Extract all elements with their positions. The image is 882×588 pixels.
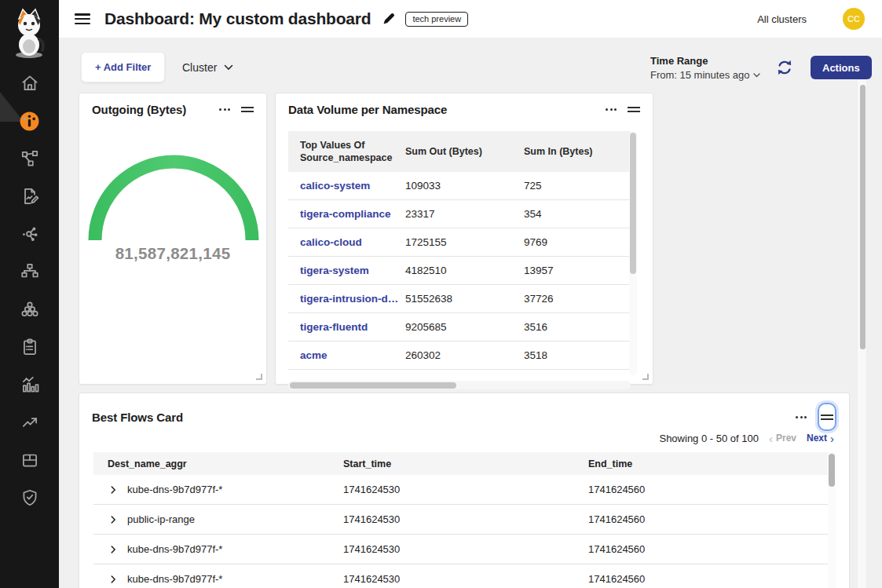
calico-cat-logo[interactable]	[7, 6, 51, 60]
page-title: Dashboard: My custom dashboard	[104, 9, 371, 28]
drag-handle-icon[interactable]	[628, 104, 640, 115]
refresh-icon	[775, 58, 794, 77]
time-range-selector[interactable]: Time Range From: 15 minutes ago	[650, 55, 760, 81]
table-horizontal-scrollbar[interactable]	[288, 381, 631, 389]
start-time-value: 1741624530	[343, 513, 588, 525]
card-title: Data Volume per Namespace	[288, 103, 447, 116]
chevron-right-icon	[108, 574, 119, 585]
column-header: Start_time	[343, 458, 588, 469]
sum-in-value: 725	[524, 180, 631, 192]
pagination: Showing 0 - 50 of 100 ‹ Prev Next ›	[659, 431, 834, 445]
cluster-filter-dropdown[interactable]: Cluster	[182, 52, 233, 82]
table-header-row: Dest_name_aggr Start_time End_time	[93, 452, 828, 475]
ellipsis-menu-icon[interactable]	[606, 105, 617, 114]
sidebar-item-home[interactable]	[0, 64, 59, 102]
expand-row-button[interactable]	[108, 574, 119, 585]
chevron-right-icon	[108, 544, 119, 555]
showing-range-label: Showing 0 - 50 of 100	[659, 433, 758, 444]
avatar[interactable]: CC	[843, 8, 865, 30]
sidebar-item-compliance[interactable]	[0, 328, 59, 366]
table-row: calico-cloud 1725155 9769	[288, 228, 631, 257]
table-row: tigera-system 4182510 13957	[288, 257, 631, 285]
page-scrollbar[interactable]	[857, 80, 867, 588]
chart-stats-icon	[20, 374, 40, 395]
sidebar-item-workloads[interactable]	[0, 290, 59, 328]
next-page-button[interactable]: Next ›	[807, 433, 834, 444]
table-row: kube-dns-9b7d977f-* 1741624530 174162456…	[93, 475, 828, 505]
namespace-link[interactable]: calico-cloud	[300, 236, 405, 248]
end-time-value: 1741624560	[588, 484, 828, 495]
table-vertical-scrollbar[interactable]	[828, 452, 836, 588]
sidebar-item-flow-graph[interactable]	[0, 215, 59, 253]
chevron-left-icon: ‹	[769, 433, 773, 444]
dest-name-value: kube-dns-9b7d977f-*	[127, 573, 222, 585]
gauge-chart	[87, 154, 260, 248]
sum-out-value: 1725155	[405, 236, 524, 248]
chevron-down-icon	[753, 73, 760, 78]
namespace-link[interactable]: tigera-intrusion-d…	[300, 293, 405, 305]
home-icon	[20, 73, 40, 93]
sidebar-item-trends[interactable]	[0, 404, 59, 441]
calico-cat-logo-image	[7, 6, 51, 60]
refresh-button[interactable]	[774, 58, 795, 79]
cluster-filter-label: Cluster	[182, 61, 217, 74]
namespace-link[interactable]: acme	[300, 349, 405, 361]
expand-row-button[interactable]	[108, 544, 119, 555]
clipboard-icon	[20, 337, 40, 357]
prev-page-button[interactable]: ‹ Prev	[769, 433, 796, 444]
expand-row-button[interactable]	[108, 484, 119, 495]
service-graph-icon	[20, 148, 40, 169]
start-time-value: 1741624530	[343, 573, 588, 585]
sum-out-value: 4182510	[405, 265, 524, 276]
pencil-icon	[382, 12, 396, 26]
ellipsis-menu-icon[interactable]	[219, 105, 230, 114]
namespace-link[interactable]: tigera-system	[300, 265, 405, 276]
sidebar-item-network[interactable]	[0, 253, 59, 290]
column-header: Sum In (Bytes)	[524, 145, 631, 158]
sidebar-item-security[interactable]	[0, 479, 59, 517]
sum-in-value: 3516	[524, 321, 631, 333]
sidebar-item-dashboard[interactable]	[0, 102, 59, 140]
chevron-right-icon	[108, 484, 119, 495]
chevron-right-icon: ›	[830, 433, 834, 444]
all-clusters-selector[interactable]: All clusters	[757, 13, 807, 25]
actions-button[interactable]: Actions	[811, 56, 872, 79]
table-row: tigera-compliance 23317 354	[288, 200, 631, 228]
table-row: public-ip-range 1741624530 1741624560	[93, 505, 828, 535]
trend-arrow-icon	[20, 412, 40, 433]
time-range-value: From: 15 minutes ago	[650, 69, 749, 81]
namespace-link[interactable]: tigera-compliance	[300, 208, 405, 220]
outgoing-bytes-card: Outgoing (Bytes) 81,587,821,145	[79, 93, 267, 385]
resize-handle-icon[interactable]	[642, 374, 649, 380]
namespace-link[interactable]: tigera-fluentd	[300, 321, 405, 333]
column-header: Dest_name_aggr	[108, 458, 343, 469]
sidebar-item-reports[interactable]	[0, 177, 59, 215]
package-icon	[20, 450, 40, 470]
time-range-label: Time Range	[650, 55, 760, 67]
best-flows-table: Dest_name_aggr Start_time End_time kube-…	[93, 452, 828, 588]
sidebar-item-service-graph[interactable]	[0, 140, 59, 177]
dest-name-value: kube-dns-9b7d977f-*	[127, 484, 222, 495]
ellipsis-menu-icon[interactable]	[796, 413, 807, 422]
best-flows-card: Best Flows Card Showing 0 - 50 of 100 ‹ …	[79, 393, 850, 588]
column-header: End_time	[588, 458, 828, 469]
expand-row-button[interactable]	[108, 514, 119, 525]
sum-in-value: 3518	[524, 349, 631, 361]
sum-in-value: 354	[524, 208, 631, 220]
menu-icon[interactable]	[75, 13, 90, 24]
namespace-link[interactable]: calico-system	[300, 180, 405, 192]
add-filter-button[interactable]: + Add Filter	[81, 52, 165, 82]
sidebar	[0, 0, 59, 588]
data-volume-table: Top Values Of Source_namespace Sum Out (…	[288, 131, 631, 370]
start-time-value: 1741624530	[343, 543, 588, 555]
drag-handle-focused[interactable]	[818, 403, 836, 431]
table-row: calico-system 109033 725	[288, 172, 631, 200]
sum-in-value: 37726	[524, 293, 631, 305]
drag-handle-icon[interactable]	[241, 104, 254, 115]
sidebar-item-statistics[interactable]	[0, 366, 59, 404]
column-header: Sum Out (Bytes)	[405, 145, 524, 158]
table-vertical-scrollbar[interactable]	[629, 131, 637, 375]
edit-dashboard-button[interactable]	[382, 12, 396, 26]
resize-handle-icon[interactable]	[256, 374, 262, 380]
sidebar-item-packages[interactable]	[0, 441, 59, 479]
